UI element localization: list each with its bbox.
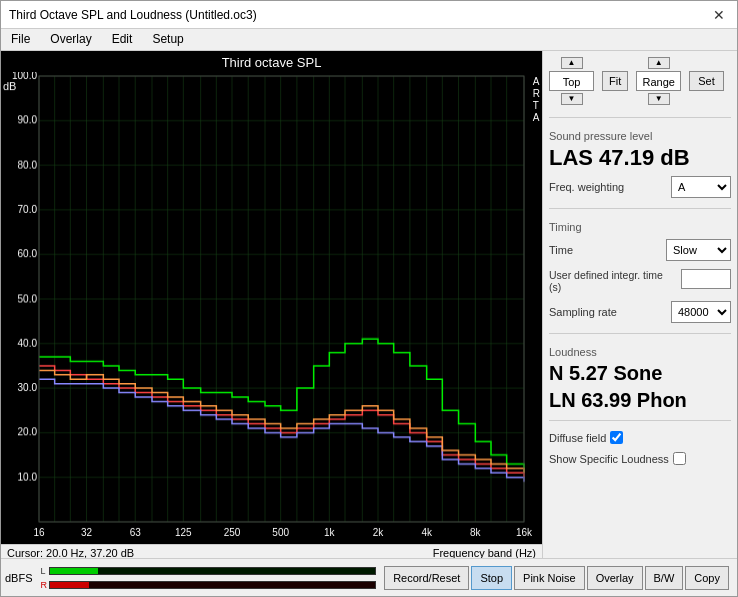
user-defined-label: User defined integr. time (s) [549,269,677,293]
main-content: Third octave SPL ARTA Cursor: 20.0 Hz, 3… [1,51,737,558]
top-up-button[interactable]: ▲ [561,57,583,69]
meter-bar-R [50,582,89,588]
diffuse-field-row: Diffuse field [549,431,731,444]
fit-button[interactable]: Fit [602,71,628,91]
divider-4 [549,420,731,421]
range-display: Range [636,71,681,91]
window-title: Third Octave SPL and Loudness (Untitled.… [9,8,257,22]
diffuse-field-label: Diffuse field [549,432,606,444]
set-button[interactable]: Set [689,71,724,91]
dbfs-label: dBFS [5,572,33,584]
time-label: Time [549,244,573,256]
x-axis-label: Frequency band (Hz) [433,547,536,558]
divider-3 [549,333,731,334]
bw-button[interactable]: B/W [645,566,684,590]
diffuse-field-checkbox[interactable] [610,431,623,444]
chart-title: Third octave SPL [1,51,542,72]
main-window: Third Octave SPL and Loudness (Untitled.… [0,0,738,597]
range-spin-buttons: ▲ [648,57,670,69]
top-display: Top [549,71,594,91]
freq-weighting-select[interactable]: A B C Z [671,176,731,198]
user-defined-input[interactable]: 10 [681,269,731,289]
range-spin-group: ▲ Range ▼ [636,57,681,105]
loudness-value-ln: LN 63.99 Phon [549,389,731,412]
spl-value: LAS 47.19 dB [549,146,731,170]
tick-R: R [41,580,48,590]
spl-section-label: Sound pressure level [549,130,731,142]
show-specific-loudness-label: Show Specific Loudness [549,453,669,465]
sampling-rate-row: Sampling rate 44100 48000 96000 [549,301,731,323]
top-spin-buttons: ▲ [561,57,583,69]
top-range-controls: ▲ Top ▼ Fit ▲ Range [549,57,731,105]
time-row: Time Fast Slow Impulse Peak [549,239,731,261]
range-down-button[interactable]: ▼ [648,93,670,105]
user-defined-row: User defined integr. time (s) 10 [549,269,731,293]
show-specific-loudness-checkbox[interactable] [673,452,686,465]
chart-area: Third octave SPL ARTA Cursor: 20.0 Hz, 3… [1,51,542,558]
meter-bar-L [50,568,99,574]
arta-label: ARTA [533,76,540,124]
top-spin-group: ▲ Top ▼ [549,57,594,105]
stop-button[interactable]: Stop [471,566,512,590]
show-specific-loudness-row: Show Specific Loudness [549,452,731,465]
record-reset-button[interactable]: Record/Reset [384,566,469,590]
cursor-info: Cursor: 20.0 Hz, 37.20 dB [7,547,134,558]
range-up-button[interactable]: ▲ [648,57,670,69]
chart-bottom-info: Cursor: 20.0 Hz, 37.20 dB Frequency band… [1,544,542,558]
divider-2 [549,208,731,209]
sampling-rate-label: Sampling rate [549,306,617,318]
menu-file[interactable]: File [5,31,36,48]
sampling-rate-select[interactable]: 44100 48000 96000 [671,301,731,323]
set-group: Set [689,57,724,105]
menu-edit[interactable]: Edit [106,31,139,48]
timing-section-label: Timing [549,221,731,233]
fit-spin-group: Fit [602,57,628,105]
spl-chart [1,72,542,544]
loudness-section-label: Loudness [549,346,731,358]
menu-overlay[interactable]: Overlay [44,31,97,48]
copy-button[interactable]: Copy [685,566,729,590]
freq-weighting-row: Freq. weighting A B C Z [549,176,731,198]
top-down-button[interactable]: ▼ [561,93,583,105]
title-bar: Third Octave SPL and Loudness (Untitled.… [1,1,737,29]
menu-setup[interactable]: Setup [146,31,189,48]
dbfs-row: dBFS L -90 -70 -50 -30 -10 dB R -80 -60 … [1,558,737,596]
range-spin-buttons-down: ▼ [648,93,670,105]
freq-weighting-label: Freq. weighting [549,181,624,193]
right-panel: ▲ Top ▼ Fit ▲ Range [542,51,737,558]
chart-container: ARTA [1,72,542,544]
time-select[interactable]: Fast Slow Impulse Peak [666,239,731,261]
divider-1 [549,117,731,118]
bottom-buttons: Record/Reset Stop Pink Noise Overlay B/W… [380,566,733,590]
menu-bar: File Overlay Edit Setup [1,29,737,51]
loudness-value-n: N 5.27 Sone [549,362,731,385]
overlay-button[interactable]: Overlay [587,566,643,590]
top-spin-buttons-down: ▼ [561,93,583,105]
close-button[interactable]: ✕ [709,7,729,23]
tick-L: L [41,566,46,576]
meter-container: L -90 -70 -50 -30 -10 dB R -80 -60 -40 -… [41,565,377,591]
pink-noise-button[interactable]: Pink Noise [514,566,585,590]
